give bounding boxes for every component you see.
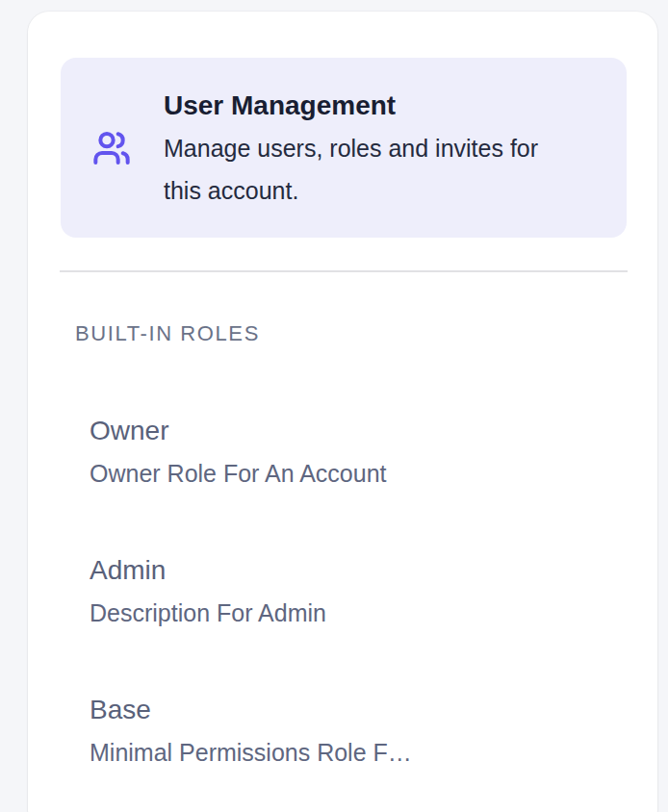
role-description: Description For Admin <box>90 599 627 627</box>
banner-description: Manage users, roles and invites for this… <box>164 127 572 212</box>
users-icon <box>92 129 131 167</box>
built-in-roles-label: BUILT-IN ROLES <box>75 320 627 346</box>
role-list: Owner Owner Role For An Account Admin De… <box>90 416 627 767</box>
role-list-item-owner[interactable]: Owner Owner Role For An Account <box>90 416 627 488</box>
role-description: Minimal Permissions Role F… <box>90 739 627 767</box>
role-list-item-base[interactable]: Base Minimal Permissions Role F… <box>90 695 627 767</box>
role-list-item-admin[interactable]: Admin Description For Admin <box>90 555 627 627</box>
role-name: Admin <box>90 555 627 585</box>
role-name: Owner <box>90 416 627 445</box>
role-name: Base <box>90 695 627 724</box>
role-description: Owner Role For An Account <box>90 460 627 488</box>
banner-title: User Management <box>164 85 600 127</box>
divider <box>60 270 628 272</box>
settings-panel: User Management Manage users, roles and … <box>28 12 657 812</box>
user-management-banner: User Management Manage users, roles and … <box>61 58 627 238</box>
banner-text: User Management Manage users, roles and … <box>164 85 600 212</box>
